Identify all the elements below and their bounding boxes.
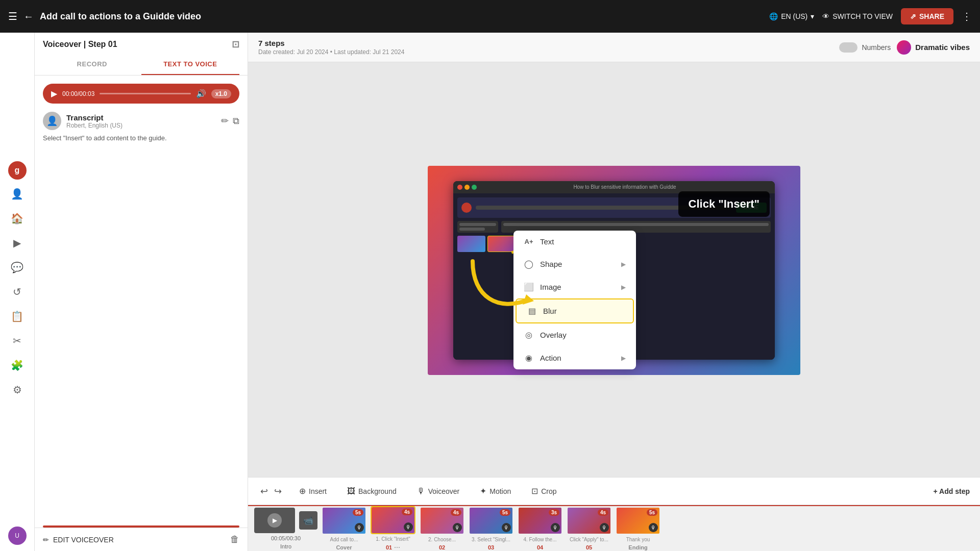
step-thumb-ending[interactable]: 5s 🎙 — [616, 507, 660, 535]
playback-speed[interactable]: x1.0 — [211, 89, 231, 98]
sidebar-item-tools[interactable]: ✂ — [7, 331, 28, 351]
thumb-mic-01: 🎙 — [404, 522, 413, 532]
thumb-duration-05: 4s — [598, 509, 608, 516]
share-button[interactable]: ⇗ SHARE — [901, 8, 953, 24]
thumb-mic-03: 🎙 — [502, 523, 511, 532]
timeline-step-cover[interactable]: 5s 🎙 Add call to... Cover — [322, 507, 366, 550]
back-button[interactable]: ← — [23, 11, 34, 22]
left-sidebar: g 👤 🏠 ▶ 💬 ↺ 📋 ✂ 🧩 ⚙ U — [0, 33, 35, 551]
thumb-mic-02: 🎙 — [453, 523, 462, 532]
timeline-step-04[interactable]: 3s 🎙 4. Follow the... 04 — [518, 507, 562, 550]
audio-play-button[interactable]: ▶ — [51, 89, 57, 98]
timeline-step-02[interactable]: 4s 🎙 2. Choose... 02 — [420, 507, 464, 550]
sidebar-item-settings[interactable]: ⚙ — [7, 380, 28, 400]
step-info: 7 steps Date created: Jul 20 2024 • Last… — [258, 39, 404, 56]
left-panel-header: Voiceover | Step 01 ⊡ RECORD TEXT TO VOI… — [35, 33, 248, 76]
hamburger-icon[interactable]: ☰ — [8, 10, 17, 22]
share-label: SHARE — [919, 12, 944, 20]
timeline-step-03[interactable]: 5s 🎙 3. Select "Singl... 03 — [469, 507, 513, 550]
step-desc-02: 2. Choose... — [428, 537, 456, 542]
language-selector[interactable]: 🌐 EN (US) ▾ — [769, 12, 814, 20]
step-thumb-03[interactable]: 5s 🎙 — [469, 507, 513, 535]
timeline-step-ending[interactable]: 5s 🎙 Thank you Ending — [616, 507, 660, 550]
menu-item-image[interactable]: ⬜ Image ▶ — [513, 276, 636, 298]
top-nav-right: 🌐 EN (US) ▾ 👁 SWITCH TO VIEW ⇗ SHARE ⋮ — [769, 8, 972, 24]
step-desc-ending: Thank you — [626, 537, 650, 542]
user-avatar[interactable]: U — [8, 527, 27, 545]
intro-play-button[interactable]: ▶ — [267, 513, 282, 528]
volume-icon[interactable]: 🔊 — [196, 89, 206, 98]
step-date: Date created: Jul 20 2024 • Last updated… — [258, 48, 404, 56]
delete-button[interactable]: 🗑 — [230, 534, 239, 545]
background-button[interactable]: 🖼 Background — [342, 484, 402, 499]
transcript-actions: ✏ ⧉ — [221, 115, 239, 127]
voiceover-label: Voiceover — [428, 487, 459, 495]
insert-button[interactable]: ⊕ Insert — [294, 483, 332, 499]
dramatic-vibes-option[interactable]: Dramatic vibes — [897, 40, 970, 55]
toggle-switch[interactable] — [839, 42, 857, 53]
step-thumb-04[interactable]: 3s 🎙 — [518, 507, 562, 535]
step-thumb-cover[interactable]: 5s 🎙 — [322, 507, 366, 535]
add-clip-button[interactable]: 📹 — [299, 511, 317, 530]
menu-item-action[interactable]: ◉ Action ▶ — [513, 346, 636, 369]
switch-to-view-button[interactable]: 👁 SWITCH TO VIEW — [822, 12, 893, 20]
sidebar-item-puzzle[interactable]: 🧩 — [7, 355, 28, 375]
step-desc-04: 4. Follow the... — [523, 537, 556, 542]
menu-item-text[interactable]: A+ Text — [513, 231, 636, 253]
screenshot-url: How to Blur sensitive information with G… — [479, 184, 771, 190]
edit-voiceover-button[interactable]: ✏ EDIT VOICEOVER — [43, 536, 114, 544]
numbers-toggle[interactable]: Numbers — [839, 42, 891, 53]
click-insert-bubble: Click "Insert" — [678, 191, 770, 217]
transcript-edit-button[interactable]: ✏ — [221, 115, 229, 127]
menu-item-shape[interactable]: ◯ Shape ▶ — [513, 253, 636, 276]
crop-button[interactable]: ⊡ Crop — [526, 483, 561, 499]
crop-icon: ⊡ — [531, 486, 538, 496]
intro-label: Intro — [280, 543, 291, 549]
more-options-button[interactable]: ⋮ — [962, 10, 972, 22]
transcript-user: 👤 Transcript Robert, English (US) — [43, 112, 122, 130]
timeline: ▶ 📹 00:05/00:30 Intro 5s 🎙 Add call to..… — [248, 505, 980, 551]
redo-button[interactable]: ↪ — [272, 484, 284, 499]
edit-voiceover-bar: ✏ EDIT VOICEOVER 🗑 — [35, 528, 248, 551]
sidebar-item-refresh[interactable]: ↺ — [7, 282, 28, 302]
sidebar-item-list[interactable]: 📋 — [7, 306, 28, 327]
step-num-02: 02 — [439, 544, 445, 550]
step-thumb-01[interactable]: 4s 🎙 — [371, 506, 415, 534]
audio-progress-bar[interactable] — [100, 93, 190, 94]
timeline-step-01[interactable]: 4s 🎙 1. Click "Insert" 01 ⋯ — [371, 506, 415, 551]
expand-icon[interactable]: ⊡ — [232, 39, 239, 50]
transcript-copy-button[interactable]: ⧉ — [233, 115, 239, 127]
motion-button[interactable]: ✦ Motion — [475, 483, 516, 499]
menu-item-action-label: Action — [540, 354, 561, 362]
timeline-step-05[interactable]: 4s 🎙 Click "Apply" to... 05 — [567, 507, 611, 550]
step-desc-01: 1. Click "Insert" — [376, 536, 410, 542]
sidebar-item-video[interactable]: ▶ — [7, 233, 28, 253]
menu-item-image-label: Image — [540, 283, 561, 291]
sidebar-item-home[interactable]: 🏠 — [7, 208, 28, 229]
sidebar-bottom: U — [8, 527, 27, 545]
menu-item-blur[interactable]: ▤ Blur — [516, 298, 634, 323]
thumb-duration-01: 4s — [402, 509, 412, 515]
background-icon: 🖼 — [347, 487, 355, 496]
menu-item-overlay[interactable]: ◎ Overlay — [513, 323, 636, 346]
undo-button[interactable]: ↩ — [258, 484, 270, 499]
step-thumb-02[interactable]: 4s 🎙 — [420, 507, 464, 535]
add-step-button[interactable]: + Add step — [934, 487, 970, 495]
tab-text-to-voice[interactable]: TEXT TO VOICE — [141, 54, 240, 75]
text-icon: A+ — [524, 238, 534, 245]
add-step-label: + Add step — [934, 487, 970, 495]
switch-label: SWITCH TO VIEW — [832, 12, 893, 20]
tab-record[interactable]: RECORD — [43, 54, 141, 75]
voiceover-button[interactable]: 🎙 Voiceover — [412, 484, 464, 499]
app-logo[interactable]: g — [8, 161, 27, 180]
sidebar-item-add-user[interactable]: 👤 — [7, 184, 28, 204]
timeline-intro: ▶ 📹 00:05/00:30 Intro — [254, 508, 317, 549]
canvas-area: How to Blur sensitive information with G… — [248, 62, 980, 478]
blur-icon: ▤ — [527, 306, 537, 316]
action-icon: ◉ — [524, 353, 534, 363]
sidebar-item-chat[interactable]: 💬 — [7, 257, 28, 278]
thumb-duration-ending: 5s — [647, 509, 657, 516]
intro-time: 00:05/00:30 — [271, 535, 301, 541]
step-thumb-05[interactable]: 4s 🎙 — [567, 507, 611, 535]
step-more-01[interactable]: ⋯ — [394, 544, 400, 551]
